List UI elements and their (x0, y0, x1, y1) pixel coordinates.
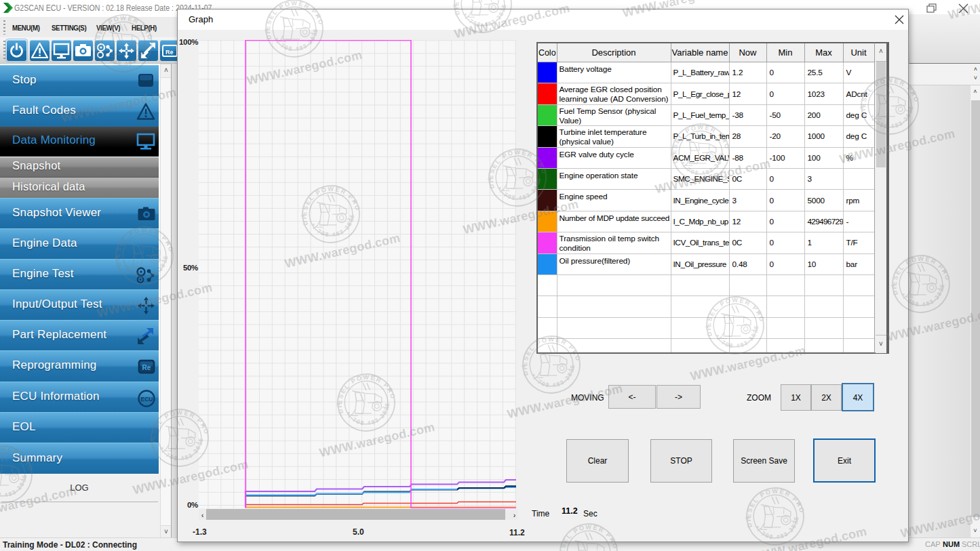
svg-text:ECU: ECU (141, 395, 153, 402)
svg-text:Re: Re (142, 364, 151, 371)
svg-text:Re: Re (165, 49, 174, 56)
